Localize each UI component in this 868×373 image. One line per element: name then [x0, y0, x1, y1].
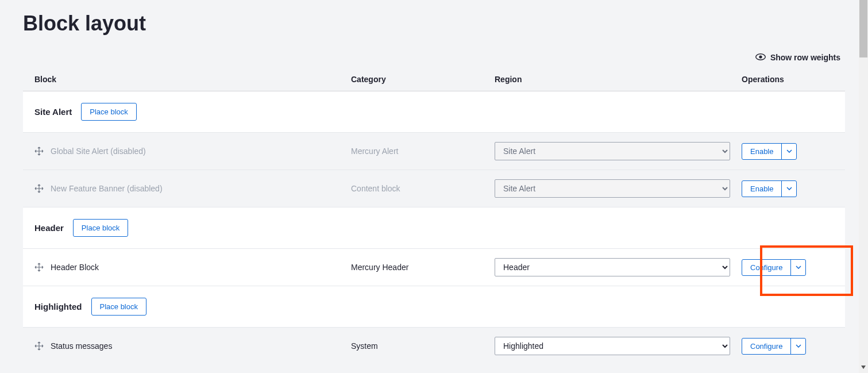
show-weights-label: Show row weights [770, 53, 840, 62]
table-row: New Feature Banner (disabled) Content bl… [23, 170, 845, 207]
place-block-button[interactable]: Place block [91, 298, 146, 316]
enable-button[interactable]: Enable [742, 181, 781, 197]
configure-button[interactable]: Configure [742, 339, 790, 354]
region-highlighted: Highlighted Place block [23, 286, 845, 328]
svg-point-1 [759, 55, 762, 58]
operations-dropbutton: Configure [742, 259, 806, 276]
block-category: Mercury Header [351, 263, 495, 272]
dropdown-toggle-button[interactable] [790, 339, 805, 354]
col-category: Category [351, 75, 495, 84]
region-select[interactable]: Site Alert [495, 142, 730, 160]
col-region: Region [495, 75, 742, 84]
page-title: Block layout [23, 11, 845, 36]
region-header: Header Place block [23, 207, 845, 249]
operations-dropbutton: Enable [742, 143, 797, 160]
table-row: Global Site Alert (disabled) Mercury Ale… [23, 133, 845, 170]
table-header: Block Category Region Operations [23, 68, 845, 91]
operations-dropbutton: Configure [742, 338, 806, 355]
scrollbar-thumb[interactable] [859, 0, 867, 57]
scrollbar[interactable] [859, 0, 868, 364]
dropdown-toggle-button[interactable] [781, 181, 796, 197]
region-label: Site Alert [34, 107, 72, 117]
operations-dropbutton: Enable [742, 180, 797, 197]
region-select[interactable]: Highlighted [495, 337, 730, 355]
block-name: Header Block [51, 263, 99, 272]
table-row: Header Block Mercury Header Header Confi… [23, 249, 845, 286]
scroll-down-icon[interactable] [859, 363, 868, 364]
table-row: Status messages System Highlighted Confi… [23, 328, 845, 364]
drag-handle-icon[interactable] [34, 341, 44, 351]
drag-handle-icon[interactable] [34, 263, 44, 272]
region-select[interactable]: Site Alert [495, 179, 730, 198]
block-name: Status messages [51, 341, 112, 351]
dropdown-toggle-button[interactable] [781, 144, 796, 159]
place-block-button[interactable]: Place block [73, 219, 128, 237]
col-block: Block [34, 75, 351, 84]
configure-button[interactable]: Configure [742, 260, 790, 275]
col-operations: Operations [742, 75, 834, 84]
enable-button[interactable]: Enable [742, 144, 781, 159]
region-label: Header [34, 223, 64, 233]
region-label: Highlighted [34, 302, 82, 312]
region-select[interactable]: Header [495, 258, 730, 276]
region-site-alert: Site Alert Place block [23, 91, 845, 133]
block-category: Mercury Alert [351, 147, 495, 156]
drag-handle-icon[interactable] [34, 147, 44, 156]
block-category: Content block [351, 184, 495, 193]
drag-handle-icon[interactable] [34, 184, 44, 193]
place-block-button[interactable]: Place block [81, 103, 136, 121]
block-name: New Feature Banner (disabled) [51, 184, 163, 193]
block-name: Global Site Alert (disabled) [51, 147, 146, 156]
eye-icon [755, 53, 766, 62]
block-category: System [351, 341, 495, 351]
show-row-weights-button[interactable]: Show row weights [23, 53, 845, 62]
dropdown-toggle-button[interactable] [790, 260, 805, 275]
